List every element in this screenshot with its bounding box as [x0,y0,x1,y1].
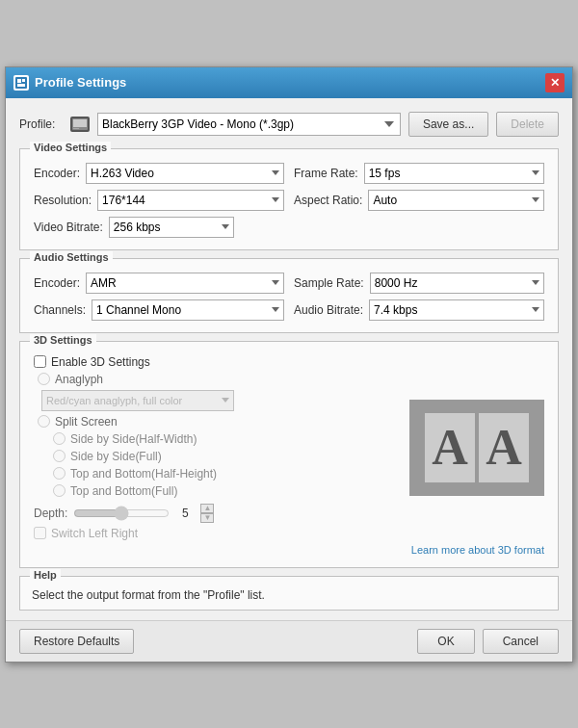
split-screen-radio[interactable] [38,415,50,428]
aa-left-letter: A [425,413,475,482]
svg-rect-5 [73,119,87,127]
anaglyph-radio[interactable] [38,373,50,385]
save-as-button[interactable]: Save as... [408,112,488,137]
switch-left-right-row: Switch Left Right [34,527,400,540]
svg-rect-1 [17,79,21,83]
resolution-label: Resolution: [34,194,92,207]
3d-settings-content: Enable 3D Settings Anaglyph Red/cyan ana… [34,355,544,540]
depth-increment-button[interactable]: ▲ [200,504,214,513]
aa-right-letter: A [479,413,529,482]
anaglyph-select-row: Red/cyan anaglyph, full color [34,390,400,411]
audio-encoder-row: Encoder: AMR [34,273,284,294]
video-form-grid: Encoder: H.263 Video Frame Rate: 15 fps … [34,163,544,211]
side-by-side-full-radio[interactable] [53,450,66,462]
audio-settings-section: Audio Settings Encoder: AMR Sample Rate:… [19,258,559,333]
anaglyph-type-dropdown: Red/cyan anaglyph, full color [41,390,234,411]
frame-rate-label: Frame Rate: [294,167,358,180]
side-by-side-half-row: Side by Side(Half-Width) [34,432,400,446]
help-text: Select the output format from the "Profi… [32,588,546,602]
dialog-footer: Restore Defaults OK Cancel [6,620,572,662]
learn-more-row: Learn more about 3D format [34,544,544,556]
sample-rate-dropdown[interactable]: 8000 Hz [370,273,544,294]
top-bottom-half-label: Top and Bottom(Half-Height) [70,467,217,481]
dialog-body: Profile: BlackBerry 3GP Video - Mono (*.… [6,98,572,620]
audio-encoder-label: Encoder: [34,276,80,290]
3d-settings-section: 3D Settings Enable 3D Settings Anaglyph [19,341,559,568]
side-by-side-full-label: Side by Side(Full) [70,450,162,463]
audio-bitrate-label: Audio Bitrate: [294,303,363,317]
frame-rate-dropdown[interactable]: 15 fps [364,163,544,184]
depth-value: 5 [175,507,195,520]
learn-more-link[interactable]: Learn more about 3D format [411,544,544,556]
depth-decrement-button[interactable]: ▼ [200,513,214,523]
top-bottom-half-row: Top and Bottom(Half-Height) [34,467,400,481]
video-settings-title: Video Settings [30,142,111,153]
profile-icon [70,117,90,132]
sample-rate-row: Sample Rate: 8000 Hz [294,273,544,294]
top-bottom-half-radio[interactable] [53,467,66,480]
aspect-ratio-dropdown[interactable]: Auto [368,190,544,211]
3d-settings-left: Enable 3D Settings Anaglyph Red/cyan ana… [34,355,400,540]
anaglyph-radio-row: Anaglyph [34,373,400,386]
top-bottom-full-row: Top and Bottom(Full) [34,484,400,498]
switch-left-right-label: Switch Left Right [51,527,138,540]
profile-settings-dialog: Profile Settings ✕ Profile: BlackBerry 3… [5,66,573,663]
cancel-button[interactable]: Cancel [483,629,559,654]
footer-right-buttons: OK Cancel [417,629,559,654]
ok-button[interactable]: OK [417,629,474,654]
video-bitrate-dropdown[interactable]: 256 kbps [109,217,234,238]
3d-settings-title: 3D Settings [30,334,96,346]
encoder-dropdown[interactable]: H.263 Video [86,163,284,184]
audio-bitrate-dropdown[interactable]: 7.4 kbps [369,299,544,321]
enable-3d-checkbox[interactable] [34,355,46,368]
video-bitrate-row: Video Bitrate: 256 kbps [34,217,544,238]
restore-defaults-button[interactable]: Restore Defaults [19,629,134,654]
channels-row: Channels: 1 Channel Mono [34,299,284,321]
channels-dropdown[interactable]: 1 Channel Mono [92,299,284,321]
split-screen-radio-row: Split Screen [34,415,400,429]
svg-rect-3 [17,84,25,87]
delete-button[interactable]: Delete [496,112,559,137]
encoder-row: Encoder: H.263 Video [34,163,284,184]
resolution-dropdown[interactable]: 176*144 [97,190,284,211]
enable-3d-row: Enable 3D Settings [34,355,400,369]
resolution-row: Resolution: 176*144 [34,190,284,211]
dialog-title: Profile Settings [35,75,126,90]
svg-rect-2 [22,79,25,82]
audio-bitrate-row: Audio Bitrate: 7.4 kbps [294,299,544,321]
aspect-ratio-row: Aspect Ratio: Auto [294,190,544,211]
anaglyph-label: Anaglyph [55,373,103,386]
title-bar-left: Profile Settings [13,75,126,91]
side-by-side-half-label: Side by Side(Half-Width) [70,432,197,446]
aspect-ratio-label: Aspect Ratio: [294,194,362,207]
help-section: Help Select the output format from the "… [19,576,559,611]
profile-dropdown[interactable]: BlackBerry 3GP Video - Mono (*.3gp) [97,113,401,136]
enable-3d-label: Enable 3D Settings [51,355,150,369]
app-icon [13,75,29,91]
video-bitrate-label: Video Bitrate: [34,221,103,234]
channels-label: Channels: [34,303,86,317]
audio-form-grid: Encoder: AMR Sample Rate: 8000 Hz Channe… [34,273,544,321]
svg-rect-6 [73,128,79,129]
profile-row: Profile: BlackBerry 3GP Video - Mono (*.… [19,108,559,141]
split-screen-label: Split Screen [55,415,118,429]
aa-preview: A A [409,400,544,496]
sample-rate-label: Sample Rate: [294,276,364,290]
help-title: Help [30,569,61,581]
depth-slider[interactable] [73,507,170,520]
audio-settings-title: Audio Settings [30,251,113,263]
title-bar: Profile Settings ✕ [6,67,572,98]
top-bottom-full-label: Top and Bottom(Full) [70,484,177,498]
profile-label: Profile: [19,117,63,131]
depth-label: Depth: [34,507,67,520]
encoder-label: Encoder: [34,167,80,180]
3d-preview-panel: A A [409,355,544,540]
top-bottom-full-radio[interactable] [53,484,66,497]
side-by-side-half-radio[interactable] [53,432,66,445]
switch-left-right-checkbox[interactable] [34,527,46,539]
side-by-side-full-row: Side by Side(Full) [34,450,400,463]
frame-rate-row: Frame Rate: 15 fps [294,163,544,184]
close-button[interactable]: ✕ [545,73,565,92]
depth-spinner: ▲ ▼ [200,504,214,523]
audio-encoder-dropdown[interactable]: AMR [86,273,284,294]
